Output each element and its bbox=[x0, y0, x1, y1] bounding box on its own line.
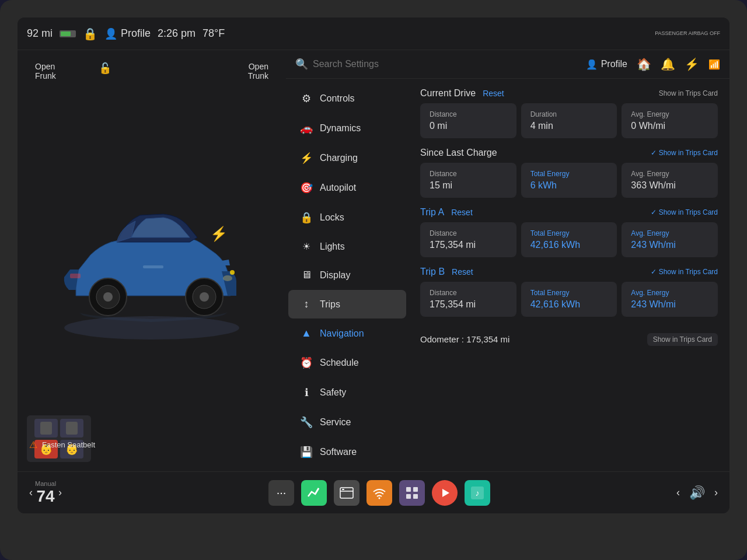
temp-display: Manual 74 bbox=[35, 480, 56, 506]
since-last-charge-avg-energy-box: Avg. Energy 363 Wh/mi bbox=[622, 163, 718, 198]
trip-b-show-trips: ✓ Show in Trips Card bbox=[651, 268, 718, 276]
app-dots-btn[interactable]: ··· bbox=[268, 480, 294, 506]
app-wifi-btn[interactable] bbox=[366, 480, 392, 506]
status-lock-icon: 🔒 bbox=[83, 27, 97, 41]
trip-a-avg-label: Avg. Energy bbox=[631, 229, 708, 237]
trip-b-title: Trip B bbox=[420, 267, 445, 277]
status-left: 92 mi 🔒 👤 Profile 2:26 pm 78°F bbox=[27, 27, 655, 41]
current-drive-title-group: Current Drive Reset bbox=[420, 88, 504, 99]
sidebar-item-trips[interactable]: ↕ Trips bbox=[288, 290, 406, 318]
sidebar-item-autopilot[interactable]: 🎯 Autopilot bbox=[288, 173, 406, 202]
trip-b-header: Trip B Reset ✓ Show in Trips Card bbox=[420, 267, 718, 277]
bluetooth-icon[interactable]: ⚡ bbox=[685, 57, 699, 71]
media-prev-btn[interactable]: ‹ bbox=[676, 487, 680, 499]
sidebar-item-service[interactable]: 🔧 Service bbox=[288, 408, 406, 437]
sidebar-item-lights[interactable]: ☀ Lights bbox=[288, 233, 406, 260]
service-label: Service bbox=[320, 417, 351, 428]
volume-icon[interactable]: 🔊 bbox=[689, 485, 705, 501]
odometer-info: Odometer : 175,354 mi bbox=[420, 334, 509, 345]
sidebar-item-locks[interactable]: 🔒 Locks bbox=[288, 203, 406, 232]
app-music-btn[interactable]: ♪ bbox=[465, 480, 490, 506]
profile-button[interactable]: 👤 Profile bbox=[104, 27, 151, 40]
home-icon[interactable]: 🏠 bbox=[637, 57, 651, 71]
lock-body-icon: 🔓 bbox=[99, 62, 111, 74]
odometer-row: Odometer : 175,354 mi Show in Trips Card bbox=[420, 326, 718, 353]
car-labels: Open Frunk 🔓 Open Trunk bbox=[18, 62, 286, 80]
current-drive-duration-value: 4 min bbox=[530, 121, 608, 131]
taskbar-apps: ··· bbox=[99, 480, 659, 506]
svg-point-6 bbox=[200, 292, 209, 302]
svg-point-10 bbox=[230, 270, 235, 275]
trip-b-stats: Distance 175,354 mi Total Energy 42,616 … bbox=[420, 282, 718, 317]
trip-a-reset-btn[interactable]: Reset bbox=[451, 208, 473, 217]
seatbelt-text: Fasten Seatbelt bbox=[42, 440, 95, 449]
software-icon: 💾 bbox=[300, 446, 313, 459]
sidebar-item-software[interactable]: 💾 Software bbox=[288, 438, 406, 467]
app-grid-btn[interactable] bbox=[399, 480, 425, 506]
current-drive-reset-btn[interactable]: Reset bbox=[483, 89, 504, 98]
app-media-btn[interactable] bbox=[432, 480, 458, 506]
sidebar-item-charging[interactable]: ⚡ Charging bbox=[288, 144, 406, 173]
sidebar-item-schedule[interactable]: ⏰ Schedule bbox=[288, 348, 406, 377]
profile-header-button[interactable]: 👤 Profile bbox=[586, 59, 627, 70]
controls-label: Controls bbox=[320, 93, 355, 104]
trunk-label[interactable]: Open Trunk bbox=[248, 62, 268, 80]
trip-a-total-energy-value: 42,616 kWh bbox=[530, 240, 608, 250]
header-icons: 👤 Profile 🏠 🔔 ⚡ 📶 bbox=[586, 57, 720, 71]
svg-point-8 bbox=[223, 275, 232, 281]
trip-a-dist-value: 175,354 mi bbox=[430, 240, 507, 250]
airbag-label: PASSENGER AIRBAG OFF bbox=[655, 30, 720, 37]
tesla-car-image bbox=[41, 179, 263, 342]
since-last-charge-total-energy-value: 6 kWh bbox=[530, 180, 608, 191]
current-drive-show-trips: Show in Trips Card bbox=[659, 89, 718, 97]
odometer-show-trips-btn[interactable]: Show in Trips Card bbox=[647, 333, 718, 346]
odometer-value: 175,354 mi bbox=[466, 334, 509, 344]
car-panel: Open Frunk 🔓 Open Trunk bbox=[18, 50, 286, 471]
trip-b-energy-box: Total Energy 42,616 kWh bbox=[521, 282, 617, 317]
since-last-charge-show-trips: ✓ Show in Trips Card bbox=[651, 149, 718, 157]
sidebar-item-dynamics[interactable]: 🚗 Dynamics bbox=[288, 114, 406, 143]
svg-rect-15 bbox=[406, 487, 411, 492]
content-area: ⚙ Controls 🚗 Dynamics ⚡ Charging 🎯 bbox=[286, 79, 729, 471]
time-display: 2:26 pm bbox=[158, 27, 196, 40]
person-icon: 👤 bbox=[104, 27, 117, 40]
profile-label: Profile bbox=[121, 27, 151, 40]
right-panel: 🔍 👤 Profile 🏠 🔔 ⚡ 📶 bbox=[286, 50, 729, 471]
sidebar-item-safety[interactable]: ℹ Safety bbox=[288, 378, 406, 407]
temp-mode-label: Manual bbox=[35, 480, 56, 487]
temp-increase-btn[interactable]: › bbox=[58, 487, 62, 499]
since-last-charge-avg-label: Avg. Energy bbox=[631, 170, 708, 178]
app-chart-btn[interactable] bbox=[301, 480, 327, 506]
charging-label: Charging bbox=[320, 153, 358, 163]
svg-marker-19 bbox=[442, 489, 449, 497]
charging-icon: ⚡ bbox=[300, 152, 313, 164]
app-browser-btn[interactable] bbox=[334, 480, 359, 506]
software-label: Software bbox=[320, 447, 357, 457]
trip-a-header: Trip A Reset ✓ Show in Trips Card bbox=[420, 207, 718, 218]
trip-a-title: Trip A bbox=[420, 207, 444, 218]
battery-indicator bbox=[60, 30, 76, 37]
odometer-label: Odometer : bbox=[420, 334, 466, 344]
trips-icon: ↕ bbox=[300, 298, 313, 310]
sidebar-item-controls[interactable]: ⚙ Controls bbox=[288, 84, 406, 113]
media-next-btn[interactable]: › bbox=[714, 487, 718, 499]
svg-rect-13 bbox=[342, 489, 344, 490]
current-drive-distance-label: Distance bbox=[430, 110, 507, 118]
trip-a-show-label: Show in Trips Card bbox=[659, 208, 718, 216]
bell-icon[interactable]: 🔔 bbox=[661, 57, 675, 71]
current-drive-stats: Distance 0 mi Duration 4 min Avg. Energy… bbox=[420, 103, 718, 138]
chart-icon bbox=[306, 485, 322, 501]
frunk-label[interactable]: Open Frunk bbox=[35, 62, 56, 80]
trip-b-show-label: Show in Trips Card bbox=[659, 268, 718, 276]
safety-icon: ℹ bbox=[300, 386, 313, 399]
current-drive-energy-label: Avg. Energy bbox=[631, 110, 708, 118]
trip-b-reset-btn[interactable]: Reset bbox=[452, 267, 473, 276]
search-input[interactable] bbox=[313, 59, 581, 69]
sidebar-item-navigation[interactable]: ▲ Navigation bbox=[288, 319, 406, 348]
trip-a-check-icon: ✓ bbox=[651, 208, 657, 216]
temp-decrease-btn[interactable]: ‹ bbox=[29, 487, 33, 499]
trip-b-avg-energy-box: Avg. Energy 243 Wh/mi bbox=[622, 282, 718, 317]
display-icon: 🖥 bbox=[300, 269, 313, 281]
sidebar-item-display[interactable]: 🖥 Display bbox=[288, 261, 406, 289]
current-drive-section: Current Drive Reset Show in Trips Card D… bbox=[420, 88, 718, 138]
